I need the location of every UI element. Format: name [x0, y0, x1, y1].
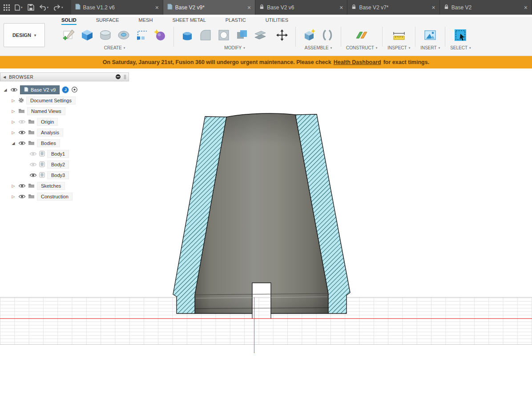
browser-item-named-views[interactable]: ▷ Named Views [0, 106, 129, 117]
browser-item-body3[interactable]: Body3 [0, 170, 129, 181]
create-dropdown[interactable]: CREATE ▾ [104, 45, 125, 50]
group-divider [445, 27, 445, 47]
visibility-eye-icon[interactable] [18, 130, 26, 135]
file-menu-icon[interactable]: ▾ [15, 4, 23, 11]
browser-item-analysis[interactable]: ▷ Analysis [0, 127, 129, 138]
tab-surface[interactable]: SURFACE [96, 17, 119, 25]
shell-icon[interactable] [215, 26, 232, 44]
insert-dropdown[interactable]: INSERT ▾ [420, 45, 440, 50]
document-tab[interactable]: Base V2 v7* × [347, 0, 439, 15]
construction-plane-icon[interactable] [353, 26, 370, 44]
modify-dropdown[interactable]: MODIFY ▾ [224, 45, 245, 50]
tab-close-icon[interactable]: × [432, 4, 435, 11]
browser-item-body1[interactable]: Body1 [0, 149, 129, 159]
create-sketch-icon[interactable] [60, 26, 77, 44]
viewport[interactable]: ◀ BROWSER ◢ Base V2 v9 J ▷ Document Sett… [0, 68, 532, 398]
panel-resize-handle[interactable] [124, 75, 126, 79]
group-label-inspect: INSPECT [387, 45, 407, 50]
browser-item-sketches[interactable]: ▷ Sketches [0, 181, 129, 191]
toolbar-group-construct: CONSTRUCT ▾ [343, 25, 381, 50]
press-pull-icon[interactable] [179, 26, 196, 44]
select-dropdown[interactable]: SELECT ▾ [450, 45, 471, 50]
activate-component-icon[interactable] [71, 86, 78, 94]
tab-sheet-metal[interactable]: SHEET METAL [172, 17, 206, 25]
panel-collapse-icon[interactable]: ◀ [3, 75, 6, 79]
workspace-selector[interactable]: DESIGN ▾ [4, 23, 45, 47]
item-label: Analysis [37, 129, 63, 137]
fillet-icon[interactable] [197, 26, 214, 44]
expander-icon[interactable]: ▷ [11, 130, 16, 135]
caret-down-icon: ▾ [21, 6, 23, 9]
browser-header[interactable]: ◀ BROWSER [0, 72, 129, 81]
visibility-eye-icon[interactable] [18, 183, 26, 189]
caret-down-icon: ▾ [47, 6, 49, 9]
browser-item-construction[interactable]: ▷ Construction [0, 191, 129, 202]
tab-close-icon[interactable]: × [524, 4, 528, 11]
new-component-icon[interactable] [301, 26, 318, 44]
move-icon[interactable] [274, 26, 290, 44]
assemble-dropdown[interactable]: ASSEMBLE ▾ [305, 45, 332, 50]
tab-solid[interactable]: SOLID [61, 17, 77, 25]
expander-icon[interactable]: ▷ [11, 194, 16, 199]
box-icon[interactable] [79, 26, 96, 44]
collapse-all-icon[interactable] [115, 74, 121, 80]
browser-item-document-settings[interactable]: ▷ Document Settings [0, 95, 129, 106]
browser-item-bodies[interactable]: ◢ Bodies [0, 138, 129, 149]
tab-close-icon[interactable]: × [247, 4, 251, 11]
tab-label: Base V2 v9* [175, 4, 245, 11]
tab-utilities[interactable]: UTILITIES [266, 17, 288, 25]
joint-icon[interactable] [319, 26, 336, 44]
redo-icon[interactable]: ▾ [53, 4, 63, 11]
create-form-icon[interactable] [152, 26, 169, 44]
visibility-eye-icon[interactable] [18, 194, 26, 199]
ribbon-tabs: SOLID SURFACE MESH SHEET METAL PLASTIC U… [57, 17, 532, 25]
expander-icon[interactable]: ▷ [11, 120, 16, 124]
expander-icon[interactable]: ▷ [11, 109, 16, 113]
visibility-eye-icon[interactable] [29, 173, 37, 178]
visibility-eye-icon[interactable] [18, 141, 26, 146]
insert-image-icon[interactable] [422, 26, 439, 44]
browser-item-origin[interactable]: ▷ Origin [0, 117, 129, 127]
tab-close-icon[interactable]: × [339, 4, 343, 11]
construct-dropdown[interactable]: CONSTRUCT ▾ [346, 45, 377, 50]
folder-icon [28, 140, 35, 146]
root-component-label[interactable]: Base V2 v9 [20, 85, 60, 94]
tab-close-icon[interactable]: × [155, 4, 159, 11]
expander-icon[interactable]: ◢ [3, 88, 8, 92]
undo-icon[interactable]: ▾ [39, 4, 49, 11]
document-tab[interactable]: Base V2 v6 × [255, 0, 347, 15]
combine-icon[interactable] [234, 26, 250, 44]
collaborator-badge[interactable]: J [62, 86, 69, 93]
expander-icon[interactable]: ▷ [11, 184, 16, 188]
tab-plastic[interactable]: PLASTIC [226, 17, 246, 25]
visibility-eye-icon-hidden[interactable] [18, 119, 26, 125]
expander-icon-expanded[interactable]: ◢ [11, 141, 16, 145]
body-icon [39, 161, 45, 168]
visibility-eye-icon-hidden[interactable] [29, 162, 37, 167]
app-grid-icon[interactable] [4, 4, 10, 11]
browser-item-body2[interactable]: Body2 [0, 159, 129, 170]
browser-root-component[interactable]: ◢ Base V2 v9 J [0, 84, 129, 95]
cylinder-icon[interactable] [97, 26, 114, 44]
measure-icon[interactable] [391, 26, 407, 44]
select-icon[interactable] [452, 26, 469, 44]
item-label: Origin [37, 118, 58, 126]
banner-text-prefix: On Saturday, January 21st, Fusion 360 wi… [103, 59, 331, 65]
inspect-dropdown[interactable]: INSPECT ▾ [387, 45, 410, 50]
split-body-icon[interactable] [252, 26, 269, 44]
document-tab[interactable]: Base V1.2 v6 × [71, 0, 163, 15]
visibility-eye-icon-hidden[interactable] [29, 151, 37, 157]
visibility-eye-icon[interactable] [10, 87, 18, 92]
health-dashboard-link[interactable]: Health Dashboard [334, 59, 381, 65]
torus-icon[interactable] [115, 26, 132, 44]
caret-down-icon: ▾ [330, 46, 332, 50]
expander-icon[interactable]: ▷ [11, 98, 16, 103]
tab-mesh[interactable]: MESH [139, 17, 153, 25]
body-icon [39, 151, 45, 157]
group-label-create: CREATE [104, 45, 122, 50]
document-tab[interactable]: Base V2 × [440, 0, 532, 15]
banner-text-suffix: for exact timings. [383, 59, 430, 65]
pattern-icon[interactable] [133, 26, 150, 44]
save-icon[interactable] [28, 4, 34, 11]
document-tab-active[interactable]: Base V2 v9* × [163, 0, 255, 15]
